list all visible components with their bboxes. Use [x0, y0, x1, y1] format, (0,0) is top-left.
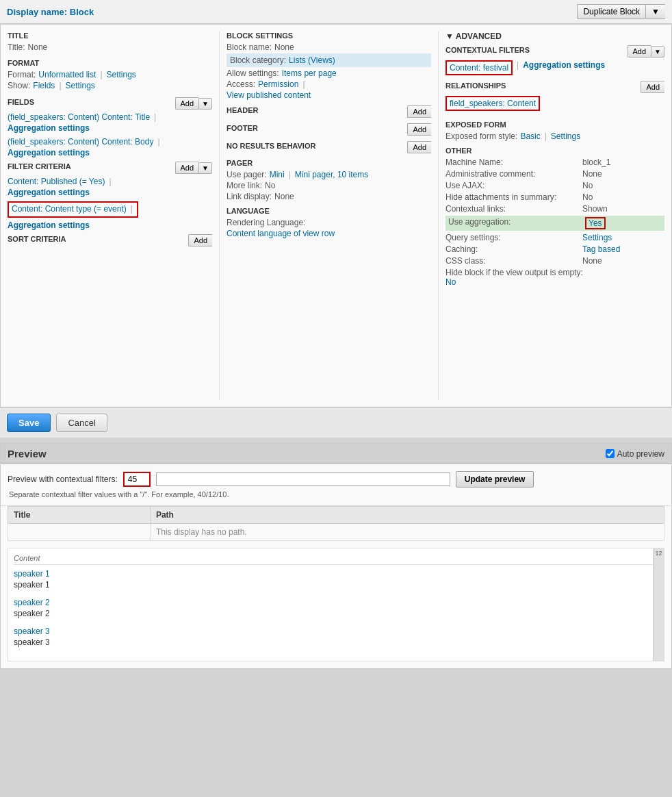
- use-aggregation-label: Use aggregation:: [448, 217, 585, 229]
- speaker-content: Content speaker 1 speaker 1 speaker 2 sp…: [8, 548, 664, 661]
- contextual-links-value: Shown: [582, 204, 608, 214]
- filter-extra-input[interactable]: [156, 472, 450, 486]
- field2-link[interactable]: (field_speakers: Content) Content: Body: [8, 137, 153, 147]
- field1-agg[interactable]: Aggregation settings: [8, 123, 212, 133]
- query-settings-value[interactable]: Settings: [582, 233, 612, 242]
- contextual-links-label: Contextual links:: [445, 204, 582, 214]
- exposed-form-settings-link[interactable]: Settings: [551, 131, 580, 141]
- filter2-agg[interactable]: Aggregation settings: [8, 220, 212, 230]
- exposed-form-style-value[interactable]: Basic: [520, 131, 540, 141]
- content-language-link[interactable]: Content language of view row: [227, 229, 335, 238]
- use-aggregation-box: Yes: [585, 217, 606, 229]
- pager-row: Use pager: Mini | Mini pager, 10 items: [227, 170, 431, 179]
- title-value: None: [28, 42, 48, 52]
- block-category-label: Block category:: [230, 55, 286, 65]
- header-add-button[interactable]: Add: [407, 105, 431, 118]
- admin-comment-row: Administrative comment: None: [445, 169, 664, 179]
- no-results-add-group: Add: [407, 141, 431, 153]
- relationships-header: RELATIONSHIPS Add: [445, 81, 664, 93]
- header-add-group: Add: [407, 105, 431, 118]
- allow-settings-label: Allow settings:: [227, 68, 279, 78]
- aggregation-settings-link[interactable]: Aggregation settings: [523, 60, 605, 70]
- relationship1-box: field_speakers: Content: [445, 96, 540, 111]
- pager-link2[interactable]: Mini pager, 10 items: [295, 170, 368, 179]
- contextual-filter1-box: Content: festival: [445, 60, 513, 75]
- filter-add-button[interactable]: Add: [175, 162, 199, 174]
- auto-preview-label[interactable]: Auto preview: [606, 449, 664, 459]
- access-link[interactable]: Permission: [258, 79, 298, 89]
- format-settings-link[interactable]: Settings: [107, 70, 136, 79]
- use-ajax-label: Use AJAX:: [445, 181, 582, 190]
- scrollbar[interactable]: 12: [653, 548, 664, 661]
- field1-link[interactable]: (field_speakers: Content) Content: Title: [8, 112, 150, 122]
- relationships-add-button[interactable]: Add: [641, 81, 664, 93]
- pager-link1[interactable]: Mini: [270, 170, 285, 179]
- speaker2-link[interactable]: speaker 2: [14, 598, 658, 607]
- contextual-filters-header: CONTEXTUAL FILTERS Add ▼: [445, 45, 664, 58]
- contextual-add-arrow[interactable]: ▼: [651, 46, 664, 58]
- no-results-add-button[interactable]: Add: [407, 141, 431, 153]
- filter-add-arrow[interactable]: ▼: [198, 162, 212, 174]
- fields-link[interactable]: Fields: [33, 81, 55, 90]
- filter1-agg[interactable]: Aggregation settings: [8, 188, 212, 197]
- duplicate-block-group: Duplicate Block ▼: [577, 4, 665, 19]
- contextual-filter-input[interactable]: [123, 472, 151, 487]
- hide-attachments-value: No: [582, 192, 593, 202]
- rendering-label: Rendering Language:: [227, 218, 305, 227]
- rendering-row: Rendering Language:: [227, 218, 431, 227]
- footer-add-button[interactable]: Add: [407, 123, 431, 136]
- auto-preview-checkbox[interactable]: [606, 449, 615, 458]
- show-settings-link[interactable]: Settings: [66, 81, 95, 90]
- other-heading: OTHER: [445, 147, 664, 155]
- view-published-link[interactable]: View published content: [227, 90, 311, 100]
- css-class-label: CSS class:: [445, 256, 582, 266]
- duplicate-block-button[interactable]: Duplicate Block: [577, 4, 645, 19]
- caching-value[interactable]: Tag based: [582, 244, 620, 254]
- contextual-links-row: Contextual links: Shown: [445, 204, 664, 214]
- hide-block-value[interactable]: No: [445, 277, 456, 287]
- block-category-value[interactable]: Lists (Views): [289, 55, 335, 65]
- machine-name-value: block_1: [582, 157, 610, 167]
- cancel-button[interactable]: Cancel: [56, 414, 107, 432]
- speaker2-group: speaker 2 speaker 2: [14, 598, 658, 618]
- relationship1-link[interactable]: field_speakers: Content: [450, 99, 536, 108]
- fields-add-button[interactable]: Add: [175, 97, 199, 110]
- advanced-heading: ▼ ADVANCED: [445, 31, 664, 41]
- sort-add-button[interactable]: Add: [188, 234, 212, 246]
- update-preview-button[interactable]: Update preview: [456, 471, 534, 488]
- view-published-row: View published content: [227, 90, 431, 100]
- field2-agg[interactable]: Aggregation settings: [8, 148, 212, 157]
- field2-row: (field_speakers: Content) Content: Body …: [8, 137, 212, 157]
- use-ajax-row: Use AJAX: No: [445, 181, 664, 190]
- exposed-form-style-label: Exposed form style:: [445, 131, 517, 141]
- link-display-value: None: [274, 192, 294, 201]
- duplicate-block-arrow[interactable]: ▼: [645, 4, 665, 19]
- save-button[interactable]: Save: [7, 414, 51, 432]
- filter2-highlighted: Content: Content type (= event) |: [8, 201, 138, 218]
- content-language-row: Content language of view row: [227, 229, 431, 238]
- filter1-link[interactable]: Content: Published (= Yes): [8, 177, 105, 186]
- contextual-filter1-link[interactable]: Content: festival: [450, 63, 508, 73]
- table-row: This display has no path.: [8, 524, 664, 541]
- exposed-form-row: Exposed form style: Basic | Settings: [445, 131, 664, 141]
- allow-settings-value[interactable]: Items per page: [282, 68, 337, 78]
- format-link[interactable]: Unformatted list: [38, 70, 96, 79]
- hide-block-label: Hide block if the view output is empty:: [445, 268, 583, 277]
- speaker3-group: speaker 3 speaker 3: [14, 627, 658, 647]
- table-title-cell: [8, 524, 151, 541]
- sort-heading: SORT CRITERIA: [8, 235, 66, 243]
- use-aggregation-value[interactable]: Yes: [589, 218, 602, 228]
- filter2-link[interactable]: Content: Content type (= event): [12, 204, 127, 214]
- fields-heading: FIELDS: [8, 98, 34, 106]
- speaker3-link[interactable]: speaker 3: [14, 627, 658, 636]
- caching-label: Caching:: [445, 244, 582, 254]
- speaker1-link[interactable]: speaker 1: [14, 569, 658, 579]
- preview-table: Title Path This display has no path.: [8, 506, 664, 541]
- block-settings-heading: BLOCK SETTINGS: [227, 31, 431, 40]
- contextual-add-button[interactable]: Add: [628, 45, 651, 58]
- more-link-row: More link: No: [227, 181, 431, 190]
- query-settings-label: Query settings:: [445, 233, 582, 242]
- auto-preview-text: Auto preview: [617, 449, 664, 459]
- right-column: ▼ ADVANCED CONTEXTUAL FILTERS Add ▼ Cont…: [439, 31, 671, 400]
- fields-add-arrow[interactable]: ▼: [198, 98, 212, 110]
